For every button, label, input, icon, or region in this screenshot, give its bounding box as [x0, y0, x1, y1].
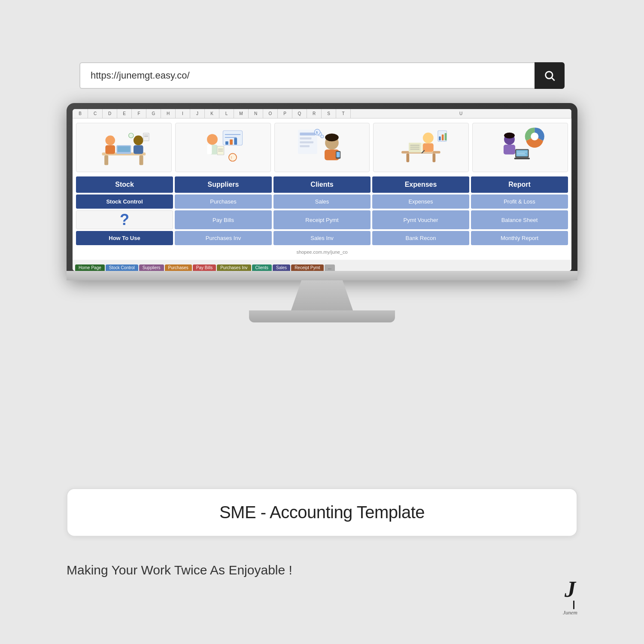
svg-rect-8 [118, 146, 130, 152]
sheet-footer-url: shopee.com.my/june_co [76, 247, 568, 257]
col-header-p: P [278, 109, 292, 118]
tab-purchases-inv[interactable]: Purchases Inv [217, 264, 251, 271]
nav-btn-profit-loss[interactable]: Profit & Loss [471, 194, 568, 209]
nav-btn-stock-control[interactable]: Stock Control [76, 194, 173, 209]
nav-headers-row: Stock Suppliers Clients Expenses Report [76, 176, 568, 193]
browser-bar: https://junemgt.easy.co/ [79, 62, 565, 89]
col-header-u: U [351, 109, 571, 118]
svg-rect-23 [207, 145, 212, 155]
nav-btn-balance-sheet[interactable]: Balance Sheet [471, 210, 568, 229]
illustration-suppliers: ↑ [175, 123, 271, 172]
col-header-g: G [146, 109, 161, 118]
nav-btn-sales[interactable]: Sales [273, 194, 371, 209]
col-header-l: L [219, 109, 234, 118]
nav-btn-expenses[interactable]: Expenses [372, 194, 469, 209]
search-button[interactable] [535, 62, 565, 89]
col-header-d: D [103, 109, 117, 118]
svg-line-1 [552, 78, 554, 80]
nav-btn-purchases-inv[interactable]: Purchases Inv [175, 231, 272, 245]
nav-btn-pymt-voucher[interactable]: Pymt Voucher [372, 210, 469, 229]
logo-signature: J Junem [563, 578, 577, 616]
sheet-content: ↑ [73, 118, 571, 260]
svg-point-51 [423, 132, 434, 143]
tab-stock-control[interactable]: Stock Control [106, 264, 138, 271]
tab-pay-bills[interactable]: Pay Bills [193, 264, 216, 271]
svg-rect-19 [230, 139, 233, 144]
svg-rect-56 [439, 137, 441, 140]
logo-hook [573, 601, 574, 609]
tab-more[interactable]: ... [325, 264, 335, 271]
svg-rect-45 [433, 153, 436, 162]
svg-rect-18 [225, 141, 228, 145]
svg-rect-12 [143, 133, 149, 141]
nav-header-suppliers: Suppliers [175, 176, 272, 193]
col-header-k: K [205, 109, 219, 118]
monitor-frame: B C D E F G H I J K L M N O P Q R S T U [67, 103, 577, 280]
sheet-tabs: Home Page Stock Control Suppliers Purcha… [73, 260, 571, 271]
col-header-s: S [322, 109, 336, 118]
col-header-r: R [307, 109, 322, 118]
svg-rect-30 [300, 132, 315, 135]
logo-letter: J [565, 578, 576, 601]
svg-text:↑: ↑ [230, 155, 233, 160]
tab-home-page[interactable]: Home Page [75, 264, 105, 271]
svg-point-5 [105, 135, 115, 145]
url-text: https://junemgt.easy.co/ [91, 70, 190, 81]
col-header-j: J [190, 109, 205, 118]
col-header-f: F [132, 109, 146, 118]
nav-btn-pay-bills[interactable]: Pay Bills [175, 210, 272, 229]
illustration-expenses [373, 123, 469, 172]
nav-btn-how-to-use[interactable]: How To Use [76, 231, 173, 245]
svg-rect-44 [407, 153, 410, 162]
nav-header-report: Report [471, 176, 568, 193]
svg-point-60 [531, 132, 538, 140]
svg-rect-4 [140, 155, 143, 165]
svg-point-35 [325, 134, 339, 141]
svg-rect-20 [234, 138, 237, 145]
svg-rect-38 [336, 152, 340, 157]
illustration-clients: $ [274, 123, 370, 172]
svg-rect-6 [105, 145, 115, 154]
nav-btn-sales-inv[interactable]: Sales Inv [273, 231, 371, 245]
nav-row2: ? Pay Bills Receipt Pymt Pymt Voucher Ba… [76, 210, 568, 229]
nav-row1: Stock Control Purchases Sales Expenses P… [76, 194, 568, 209]
svg-rect-58 [445, 133, 447, 140]
svg-point-21 [207, 134, 218, 145]
svg-point-9 [134, 135, 143, 145]
monitor-base [249, 310, 395, 322]
nav-header-stock: Stock [76, 176, 173, 193]
tab-clients[interactable]: Clients [252, 264, 272, 271]
tab-sales[interactable]: Sales [273, 264, 290, 271]
svg-rect-66 [514, 158, 530, 159]
nav-btn-monthly-report[interactable]: Monthly Report [471, 231, 568, 245]
illustration-row: ↑ [76, 123, 568, 172]
tab-receipt-pymt[interactable]: Receipt Pymt [291, 264, 323, 271]
col-header-q: Q [292, 109, 307, 118]
product-title: SME - Accounting Template [219, 503, 425, 522]
monitor: B C D E F G H I J K L M N O P Q R S T U [67, 103, 577, 322]
nav-btn-bank-recon[interactable]: Bank Recon [372, 231, 469, 245]
tab-suppliers[interactable]: Suppliers [139, 264, 164, 271]
svg-rect-24 [217, 146, 224, 155]
nav-header-expenses: Expenses [372, 176, 469, 193]
svg-rect-10 [134, 145, 143, 154]
col-header-t: T [336, 109, 351, 118]
tagline: Making Your Work Twice As Enjoyable ! [67, 563, 292, 577]
svg-rect-57 [442, 134, 444, 140]
spreadsheet-col-headers: B C D E F G H I J K L M N O P Q R S T U [73, 109, 571, 118]
nav-btn-purchases[interactable]: Purchases [175, 194, 272, 209]
svg-rect-47 [409, 143, 421, 152]
tab-purchases[interactable]: Purchases [165, 264, 192, 271]
url-input[interactable]: https://junemgt.easy.co/ [79, 62, 535, 89]
svg-point-62 [504, 132, 515, 138]
monitor-screen: B C D E F G H I J K L M N O P Q R S T U [73, 109, 571, 271]
svg-rect-32 [300, 141, 313, 143]
nav-header-clients: Clients [273, 176, 371, 193]
col-header-o: O [263, 109, 278, 118]
col-header-n: N [249, 109, 263, 118]
nav-btn-receipt-pymt[interactable]: Receipt Pymt [273, 210, 371, 229]
svg-point-11 [129, 133, 134, 138]
product-box: SME - Accounting Template [67, 488, 577, 537]
svg-rect-31 [300, 137, 311, 140]
svg-rect-3 [104, 155, 108, 165]
